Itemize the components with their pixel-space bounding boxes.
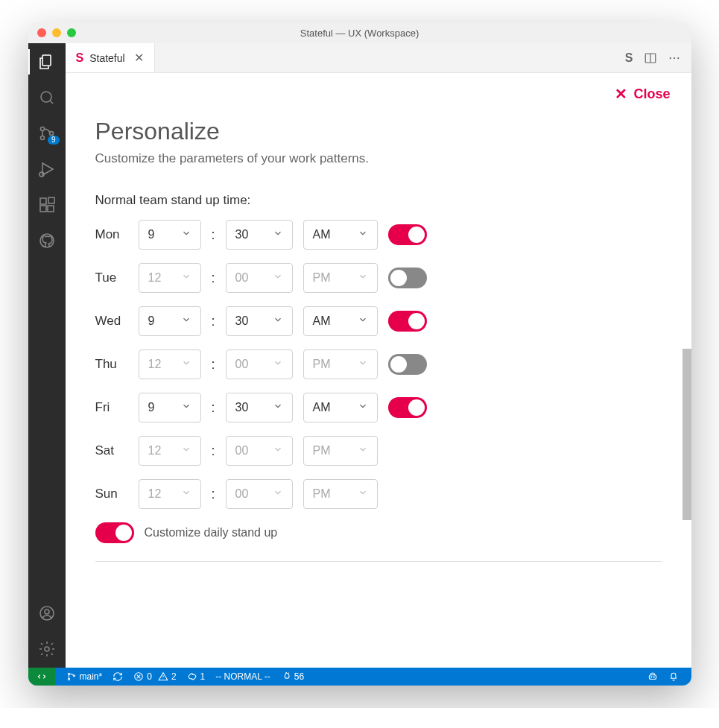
flame-indicator[interactable]: 56 xyxy=(276,671,309,682)
time-colon: : xyxy=(212,314,215,329)
day-toggle[interactable] xyxy=(388,354,427,375)
minute-select[interactable]: 30 xyxy=(226,220,293,250)
time-colon: : xyxy=(212,357,215,373)
extensions-icon[interactable] xyxy=(37,195,57,215)
day-label: Fri xyxy=(95,400,128,415)
window-title: Stateful — UX (Workspace) xyxy=(300,28,419,39)
svg-rect-22 xyxy=(649,675,656,680)
hour-select[interactable]: 9 xyxy=(139,220,201,250)
ports-indicator[interactable]: 1 xyxy=(182,671,211,682)
chevron-down-icon xyxy=(181,487,191,501)
vim-mode-indicator[interactable]: -- NORMAL -- xyxy=(210,671,276,682)
ampm-select[interactable]: AM xyxy=(303,393,378,422)
svg-rect-7 xyxy=(40,206,46,212)
minute-select[interactable]: 00 xyxy=(226,436,293,466)
hour-select[interactable]: 9 xyxy=(139,306,201,336)
day-label: Wed xyxy=(95,314,128,329)
ampm-select[interactable]: PM xyxy=(303,479,378,509)
day-label: Sat xyxy=(95,443,128,458)
notifications-icon[interactable] xyxy=(663,671,684,682)
minute-select[interactable]: 00 xyxy=(226,349,293,379)
hour-select[interactable]: 12 xyxy=(139,263,201,293)
svg-point-1 xyxy=(41,92,51,102)
search-icon[interactable] xyxy=(37,88,57,107)
scrollbar[interactable] xyxy=(682,349,691,520)
split-editor-icon[interactable] xyxy=(644,51,657,65)
day-label: Sun xyxy=(95,487,128,501)
day-row-sat: Sat12:00PM xyxy=(95,436,662,466)
remote-indicator[interactable] xyxy=(28,668,55,686)
activity-bar: 9 xyxy=(28,43,66,668)
day-toggle[interactable] xyxy=(388,224,427,245)
hour-select[interactable]: 12 xyxy=(139,349,201,379)
sync-button[interactable] xyxy=(107,671,128,682)
customize-row: Customize daily stand up xyxy=(95,522,662,543)
tab-stateful[interactable]: S Stateful ✕ xyxy=(66,43,155,72)
run-debug-icon[interactable] xyxy=(37,159,57,179)
status-bar: main* 0 2 1 -- NORMAL -- 56 xyxy=(28,668,691,686)
day-label: Tue xyxy=(95,270,128,285)
chevron-down-icon xyxy=(273,271,283,285)
svg-point-18 xyxy=(68,673,69,674)
day-toggle[interactable] xyxy=(388,397,427,418)
problems-indicator[interactable]: 0 2 xyxy=(128,671,181,682)
day-label: Mon xyxy=(95,227,128,242)
svg-point-24 xyxy=(653,677,654,677)
svg-point-23 xyxy=(650,677,651,677)
hour-select[interactable]: 12 xyxy=(139,479,201,509)
day-rows: Mon9:30AMTue12:00PMWed9:30AMThu12:00PMFr… xyxy=(95,220,662,509)
time-colon: : xyxy=(212,443,215,459)
svg-point-13 xyxy=(45,647,49,651)
close-panel-button[interactable]: ✕ Close xyxy=(615,85,670,103)
customize-toggle[interactable] xyxy=(95,522,134,543)
copilot-icon[interactable] xyxy=(642,671,663,682)
more-actions-icon[interactable] xyxy=(668,51,681,65)
ampm-select[interactable]: PM xyxy=(303,436,378,466)
divider xyxy=(95,561,662,562)
chevron-down-icon xyxy=(358,271,368,285)
close-window-button[interactable] xyxy=(37,28,46,37)
main-area: 9 S Stateful xyxy=(28,43,691,668)
chevron-down-icon xyxy=(181,228,191,241)
minute-select[interactable]: 00 xyxy=(226,479,293,509)
tab-close-button[interactable]: ✕ xyxy=(134,51,144,65)
minute-select[interactable]: 30 xyxy=(226,393,293,422)
traffic-lights xyxy=(37,28,76,37)
maximize-window-button[interactable] xyxy=(67,28,76,37)
chevron-down-icon xyxy=(358,401,368,414)
account-icon[interactable] xyxy=(37,604,57,623)
time-colon: : xyxy=(212,400,215,416)
branch-indicator[interactable]: main* xyxy=(61,671,108,682)
editor-content: S Stateful ✕ S ✕ Close xyxy=(66,43,691,668)
day-toggle[interactable] xyxy=(388,311,427,332)
ampm-select[interactable]: AM xyxy=(303,220,378,250)
source-control-icon[interactable]: 9 xyxy=(37,124,57,143)
hour-select[interactable]: 12 xyxy=(139,436,201,466)
ampm-select[interactable]: PM xyxy=(303,263,378,293)
hour-select[interactable]: 9 xyxy=(139,393,201,422)
chevron-down-icon xyxy=(358,314,368,328)
svg-rect-9 xyxy=(48,197,54,203)
minimize-window-button[interactable] xyxy=(52,28,61,37)
day-row-tue: Tue12:00PM xyxy=(95,263,662,293)
minute-select[interactable]: 00 xyxy=(226,263,293,293)
svg-point-2 xyxy=(40,127,44,131)
minute-select[interactable]: 30 xyxy=(226,306,293,336)
svg-point-16 xyxy=(673,57,674,58)
stateful-action-icon[interactable]: S xyxy=(625,51,633,65)
ampm-select[interactable]: PM xyxy=(303,349,378,379)
ampm-select[interactable]: AM xyxy=(303,306,378,336)
day-toggle[interactable] xyxy=(388,268,427,288)
customize-label: Customize daily stand up xyxy=(145,526,278,539)
chevron-down-icon xyxy=(181,358,191,371)
explorer-icon[interactable] xyxy=(37,52,57,72)
chevron-down-icon xyxy=(181,444,191,458)
time-colon: : xyxy=(212,487,215,502)
personalize-panel: ✕ Close Personalize Customize the parame… xyxy=(66,73,691,668)
github-icon[interactable] xyxy=(37,231,57,250)
chevron-down-icon xyxy=(273,444,283,458)
close-icon: ✕ xyxy=(615,85,627,103)
day-row-fri: Fri9:30AM xyxy=(95,393,662,422)
settings-gear-icon[interactable] xyxy=(37,639,57,659)
svg-point-19 xyxy=(68,678,69,680)
